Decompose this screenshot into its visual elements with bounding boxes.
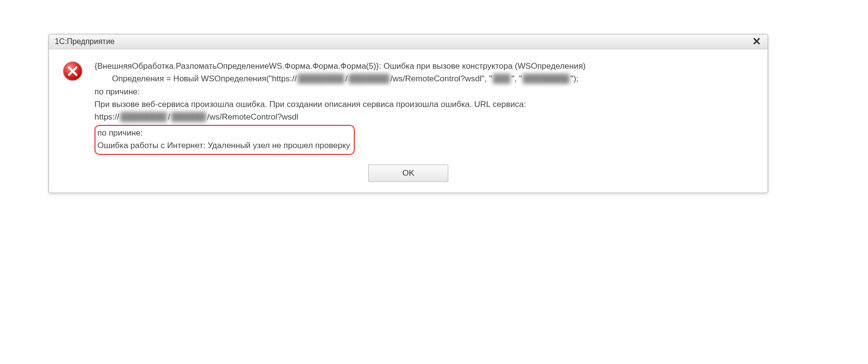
blurred-text: ████████ — [523, 73, 569, 85]
error-dialog: 1С:Предприятие ✕ {ВнешняяОбработка.Разл — [48, 34, 768, 193]
ok-button[interactable]: OK — [368, 165, 448, 182]
message-text: / — [346, 73, 348, 85]
dialog-button-row: OK — [49, 165, 768, 193]
highlight-line-2: Ошибка работы с Интернет: Удаленный узел… — [97, 139, 350, 152]
error-icon — [63, 61, 83, 83]
error-message: {ВнешняяОбработка.РазломатьОпределениеWS… — [95, 60, 754, 155]
message-line-4: При вызове веб-сервиса произошла ошибка.… — [95, 98, 754, 111]
close-button[interactable]: ✕ — [750, 36, 763, 47]
blurred-text: ███████ — [348, 73, 389, 85]
blurred-text: ████████ — [120, 111, 167, 123]
dialog-content: {ВнешняяОбработка.РазломатьОпределениеWS… — [49, 49, 768, 165]
blurred-text: ███ — [493, 73, 510, 85]
message-line-2-end: "); — [570, 73, 578, 85]
message-line-5-end: /ws/RemoteControl?wsdl — [207, 111, 298, 123]
highlight-line-1: по причине: — [97, 127, 350, 139]
highlighted-error-box: по причине: Ошибка работы с Интернет: Уд… — [95, 125, 355, 155]
blurred-text: ██████ — [171, 111, 206, 123]
message-text: ", " — [511, 73, 522, 85]
dialog-titlebar: 1С:Предприятие ✕ — [49, 34, 768, 49]
message-line-2: Определения = Новый WSОпределения("https… — [95, 73, 754, 85]
blurred-text: ████████ — [298, 73, 344, 85]
message-text: /ws/RemoteControl?wsdl", " — [391, 73, 492, 85]
message-line-2-prefix: Определения = Новый WSОпределения("https… — [112, 73, 297, 85]
message-text: / — [168, 111, 170, 123]
message-line-5-prefix: https:// — [95, 111, 119, 123]
message-line-3: по причине: — [95, 86, 754, 98]
message-line-5: https:// ████████ / ██████ /ws/RemoteCon… — [95, 111, 754, 123]
dialog-title: 1С:Предприятие — [55, 37, 115, 46]
message-line-1: {ВнешняяОбработка.РазломатьОпределениеWS… — [95, 60, 754, 73]
